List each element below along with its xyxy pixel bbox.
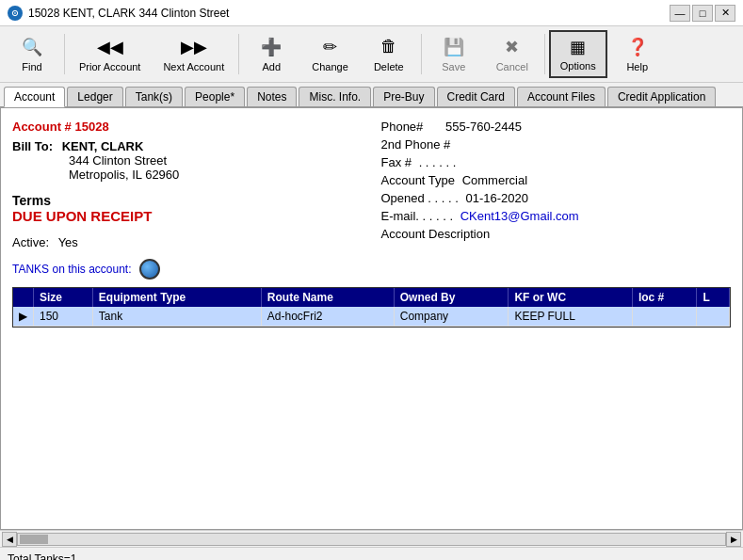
table-row[interactable]: ▶150TankAd-hocFri2CompanyKEEP FULL <box>13 307 730 327</box>
add-icon: ➕ <box>258 35 284 59</box>
terms-label: Terms <box>12 193 353 208</box>
title-bar-controls: — □ ✕ <box>670 5 735 22</box>
options-icon: ▦ <box>565 36 591 58</box>
save-label: Save <box>442 61 465 73</box>
phone-row: Phone# 555-760-2445 <box>381 120 732 134</box>
prior-account-icon: ◀◀ <box>97 35 123 59</box>
globe-icon[interactable] <box>139 259 160 280</box>
cell-size: 150 <box>34 307 93 327</box>
account-number-row: Account # 15028 <box>12 120 353 134</box>
tank-table-header: Size Equipment Type Route Name Owned By … <box>13 288 730 307</box>
tank-table-body: ▶150TankAd-hocFri2CompanyKEEP FULL <box>13 307 730 327</box>
next-account-button[interactable]: ▶▶Next Account <box>153 30 234 78</box>
phone2-row: 2nd Phone # <box>381 137 732 152</box>
opened-label: Opened . . . . . <box>381 191 459 205</box>
col-indicator <box>13 288 34 307</box>
description-row: Account Description <box>381 227 732 241</box>
bill-to-label: Bill To: <box>12 139 53 153</box>
status-bar: Total Tanks=1 <box>0 547 743 560</box>
tab-pre-buy[interactable]: Pre-Buy <box>373 87 434 106</box>
cell-l <box>697 307 730 327</box>
main-content: Account # 15028 Bill To: KENT, CLARK 344… <box>0 107 743 530</box>
row-indicator: ▶ <box>13 307 34 327</box>
cell-kf-wc: KEEP FULL <box>509 307 633 327</box>
cell-loc-num <box>632 307 697 327</box>
cancel-button: ✖Cancel <box>484 30 541 78</box>
scroll-left-arrow[interactable]: ◀ <box>2 532 17 547</box>
col-size: Size <box>34 288 93 307</box>
account-number-label: Account # <box>12 120 72 134</box>
tab-tanks[interactable]: Tank(s) <box>125 87 183 106</box>
help-label: Help <box>626 61 648 73</box>
col-equipment-type: Equipment Type <box>92 288 261 307</box>
help-button[interactable]: ❓Help <box>609 30 666 78</box>
description-label: Account Description <box>381 227 491 241</box>
next-account-label: Next Account <box>163 61 224 73</box>
col-l: L <box>697 288 730 307</box>
tank-table-container: Size Equipment Type Route Name Owned By … <box>12 287 731 328</box>
delete-label: Delete <box>374 61 404 73</box>
help-icon: ❓ <box>624 35 651 59</box>
email-row: E-mail. . . . . . CKent13@Gmail.com <box>381 209 732 223</box>
phone2-label: 2nd Phone # <box>381 137 451 152</box>
scroll-area: ◀ ▶ <box>0 530 743 547</box>
change-icon: ✏ <box>317 35 344 59</box>
horizontal-scrollbar[interactable] <box>17 533 726 546</box>
right-panel: Phone# 555-760-2445 2nd Phone # Fax # . … <box>372 120 732 280</box>
phone-label: Phone# <box>381 120 424 134</box>
col-owned-by: Owned By <box>394 288 509 307</box>
cancel-label: Cancel <box>496 61 528 73</box>
tab-people[interactable]: People* <box>185 87 245 106</box>
tabs: AccountLedgerTank(s)People*NotesMisc. In… <box>0 83 743 107</box>
delete-icon: 🗑 <box>376 35 402 59</box>
terms-section: Terms DUE UPON RECEIPT <box>12 193 353 224</box>
tab-account-files[interactable]: Account Files <box>517 87 606 106</box>
scroll-right-arrow[interactable]: ▶ <box>726 532 741 547</box>
app-icon: ⊙ <box>8 6 23 21</box>
bill-to-section: Bill To: KENT, CLARK 344 Clinton Street … <box>12 139 353 182</box>
close-button[interactable]: ✕ <box>715 5 735 22</box>
cell-route-name: Ad-hocFri2 <box>261 307 394 327</box>
tanks-section: TANKS on this account: <box>12 259 353 280</box>
tab-misc-info[interactable]: Misc. Info. <box>299 87 371 106</box>
account-type-value: Commercial <box>462 173 527 187</box>
col-route-name: Route Name <box>261 288 394 307</box>
opened-value: 01-16-2020 <box>466 191 529 205</box>
find-button[interactable]: 🔍Find <box>4 30 60 78</box>
fax-value: . . . . . . <box>419 155 457 169</box>
toolbar: 🔍Find◀◀Prior Account▶▶Next Account➕Add✏C… <box>0 26 743 83</box>
add-button[interactable]: ➕Add <box>243 30 299 78</box>
status-text: Total Tanks=1 <box>8 552 77 561</box>
tab-notes[interactable]: Notes <box>247 87 297 106</box>
cancel-icon: ✖ <box>499 35 525 59</box>
window-title: 15028 KENT, CLARK 344 Clinton Street <box>28 7 229 20</box>
save-icon: 💾 <box>441 35 467 59</box>
email-value: CKent13@Gmail.com <box>460 209 579 223</box>
tab-credit-card[interactable]: Credit Card <box>437 87 515 106</box>
active-label: Active: <box>12 235 49 249</box>
tank-table-header-row: Size Equipment Type Route Name Owned By … <box>13 288 730 307</box>
active-section: Active: Yes <box>12 235 353 249</box>
minimize-button[interactable]: — <box>670 5 690 22</box>
scroll-thumb[interactable] <box>20 535 48 544</box>
tab-account[interactable]: Account <box>4 87 65 107</box>
delete-button[interactable]: 🗑Delete <box>361 30 417 78</box>
prior-account-label: Prior Account <box>79 61 140 73</box>
col-kf-wc: KF or WC <box>509 288 633 307</box>
tanks-label: TANKS on this account: <box>12 263 132 276</box>
add-label: Add <box>262 61 281 73</box>
change-button[interactable]: ✏Change <box>301 30 359 78</box>
left-panel: Account # 15028 Bill To: KENT, CLARK 344… <box>12 120 372 280</box>
prior-account-button[interactable]: ◀◀Prior Account <box>69 30 151 78</box>
tab-credit-application[interactable]: Credit Application <box>607 87 716 106</box>
fax-label: Fax # <box>381 155 412 169</box>
content-grid: Account # 15028 Bill To: KENT, CLARK 344… <box>12 120 731 280</box>
find-icon: 🔍 <box>19 35 45 59</box>
tab-ledger[interactable]: Ledger <box>67 87 122 106</box>
change-label: Change <box>312 61 348 73</box>
email-label: E-mail. . . . . . <box>381 209 454 223</box>
maximize-button[interactable]: □ <box>692 5 713 22</box>
options-button[interactable]: ▦Options <box>549 30 607 78</box>
find-label: Find <box>22 61 41 73</box>
col-loc-num: loc # <box>632 288 697 307</box>
